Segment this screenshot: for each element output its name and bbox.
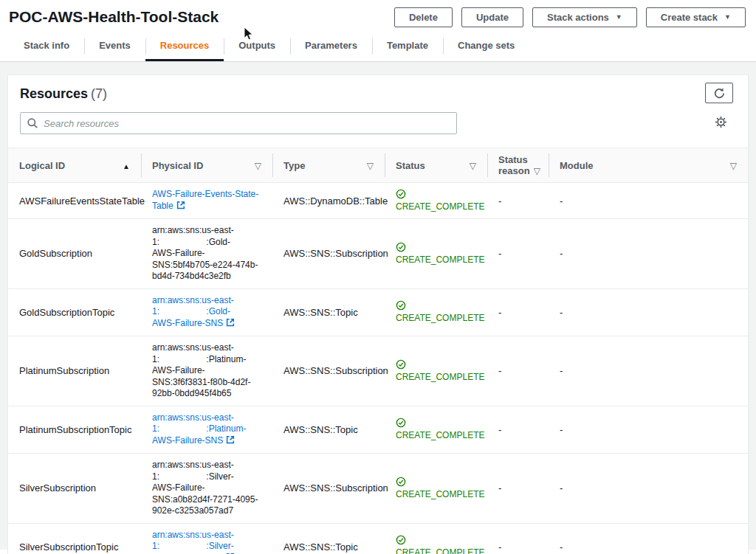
filter-icon[interactable]: [730, 160, 737, 171]
tab-outputs[interactable]: Outputs: [224, 32, 290, 61]
resources-title-text: Resources: [20, 86, 88, 101]
tab-change-sets[interactable]: Change sets: [443, 32, 529, 61]
module-cell: -: [549, 454, 748, 524]
logical-id-cell: PlatinumSubscriptionTopic: [8, 406, 141, 454]
check-circle-icon: [396, 359, 484, 370]
table-header-row: Logical ID Physical ID Type Status Statu…: [8, 148, 748, 183]
status-reason-cell: -: [487, 336, 549, 406]
stack-actions-button[interactable]: Stack actions: [532, 7, 637, 27]
column-header-logical-id[interactable]: Logical ID: [8, 148, 141, 183]
physical-id-cell: arn:aws:sns:us-east- 1: :Gold- AWS-Failu…: [141, 288, 272, 336]
type-cell: AWS::SNS::Topic: [272, 406, 385, 454]
resources-count: (7): [91, 86, 107, 101]
caret-down-icon: [616, 12, 622, 23]
type-cell: AWS::SNS::Subscription: [272, 219, 385, 289]
status-text: CREATE_COMPLETE: [396, 430, 484, 440]
create-stack-button[interactable]: Create stack: [646, 7, 746, 27]
physical-id-cell: arn:aws:sns:us-east- 1: :Silver- AWS-Fai…: [141, 454, 272, 524]
delete-button[interactable]: Delete: [394, 7, 453, 27]
physical-id-text: arn:aws:sns:us-east- 1: :Platinum- AWS-F…: [152, 342, 250, 398]
filter-icon[interactable]: [255, 160, 261, 171]
check-circle-icon: [396, 242, 484, 252]
column-label: Type: [284, 160, 305, 171]
status-cell: CREATE_COMPLETE: [385, 523, 487, 554]
sort-ascending-icon[interactable]: [123, 160, 130, 171]
tab-resources[interactable]: Resources: [145, 32, 224, 61]
status-reason-cell: -: [487, 219, 549, 289]
content-area: Resources(7): [0, 62, 756, 550]
column-header-status-reason[interactable]: Status reason: [487, 148, 549, 183]
logical-id-cell: PlatinumSubscription: [8, 336, 141, 406]
table-row: PlatinumSubscriptionTopic arn:aws:sns:us…: [8, 406, 748, 454]
module-cell: -: [549, 406, 748, 454]
module-cell: -: [549, 336, 748, 406]
status-text: CREATE_COMPLETE: [396, 255, 484, 265]
tab-template[interactable]: Template: [372, 32, 443, 61]
status-cell: CREATE_COMPLETE: [385, 336, 487, 406]
table-row: PlatinumSubscription arn:aws:sns:us-east…: [8, 336, 748, 406]
tab-parameters[interactable]: Parameters: [290, 32, 372, 61]
check-circle-icon: [396, 477, 484, 487]
column-label: Status: [396, 160, 425, 171]
type-cell: AWS::SNS::Subscription: [272, 454, 385, 524]
column-header-type[interactable]: Type: [272, 148, 385, 183]
column-label: Physical ID: [152, 160, 203, 171]
type-cell: AWS::SNS::Subscription: [272, 336, 385, 406]
check-circle-icon: [396, 418, 484, 428]
type-cell: AWS::SNS::Topic: [272, 523, 385, 554]
table-row: SilverSubscriptionTopic arn:aws:sns:us-e…: [8, 523, 748, 554]
column-header-module[interactable]: Module: [549, 148, 748, 183]
update-button[interactable]: Update: [461, 7, 523, 27]
external-link-icon: [176, 201, 185, 213]
filter-icon[interactable]: [470, 160, 476, 171]
resources-title: Resources(7): [20, 86, 733, 102]
physical-id-text: arn:aws:sns:us-east- 1: :Gold- AWS-Failu…: [152, 295, 234, 328]
status-cell: CREATE_COMPLETE: [385, 219, 487, 289]
status-cell: CREATE_COMPLETE: [385, 288, 487, 336]
status-cell: CREATE_COMPLETE: [385, 454, 487, 524]
physical-id-cell: arn:aws:sns:us-east- 1: :Gold- AWS-Failu…: [141, 219, 272, 289]
gear-icon[interactable]: [715, 116, 727, 128]
module-cell: -: [549, 183, 748, 219]
logical-id-cell: AWSFailureEventsStateTable: [8, 183, 141, 219]
physical-id-text: arn:aws:sns:us-east- 1: :Silver- AWS-Fai…: [152, 460, 258, 516]
logical-id-cell: SilverSubscriptionTopic: [8, 523, 141, 554]
physical-id-link[interactable]: AWS-Failure-Events-State- Table: [152, 189, 258, 211]
physical-id-link[interactable]: arn:aws:sns:us-east- 1: :Platinum- AWS-F…: [152, 412, 246, 446]
physical-id-link[interactable]: arn:aws:sns:us-east- 1: :Gold- AWS-Failu…: [152, 295, 235, 328]
header-actions: Delete Update Stack actions Create stack: [394, 6, 746, 27]
create-stack-label: Create stack: [661, 13, 718, 23]
physical-id-link[interactable]: arn:aws:sns:us-east- 1: :Silver- AWS-Fai…: [152, 530, 235, 554]
column-label: Status reason: [498, 154, 530, 176]
module-cell: -: [549, 288, 748, 336]
stack-tabs: Stack info Events Resources Outputs Para…: [0, 28, 756, 62]
status-text: CREATE_COMPLETE: [396, 547, 484, 554]
column-header-physical-id[interactable]: Physical ID: [141, 148, 272, 183]
page-title: POC-AWS-Health-Tool-Stack: [9, 6, 219, 28]
physical-id-text: arn:aws:sns:us-east- 1: :Silver- AWS-Fai…: [152, 530, 234, 554]
filter-icon[interactable]: [534, 165, 540, 176]
resources-panel: Resources(7): [7, 75, 749, 554]
table-row: GoldSubscriptionTopic arn:aws:sns:us-eas…: [8, 288, 748, 336]
status-text: CREATE_COMPLETE: [396, 201, 484, 212]
module-cell: -: [549, 219, 748, 289]
search-row: [8, 106, 748, 148]
tab-stack-info[interactable]: Stack info: [9, 32, 84, 61]
external-link-icon: [226, 435, 235, 448]
tab-events[interactable]: Events: [84, 32, 145, 61]
status-reason-cell: -: [487, 183, 549, 219]
status-cell: CREATE_COMPLETE: [385, 183, 487, 219]
check-circle-icon: [396, 300, 484, 311]
physical-id-cell: AWS-Failure-Events-State- Table: [141, 183, 272, 219]
status-reason-cell: -: [487, 523, 549, 554]
refresh-icon: [713, 87, 726, 100]
status-reason-cell: -: [487, 454, 549, 524]
resources-panel-header: Resources(7): [8, 75, 748, 106]
filter-icon[interactable]: [367, 160, 374, 171]
table-row: AWSFailureEventsStateTable AWS-Failure-E…: [8, 183, 748, 219]
logical-id-cell: GoldSubscriptionTopic: [8, 288, 141, 336]
status-reason-cell: -: [487, 406, 549, 454]
search-input[interactable]: [20, 112, 457, 134]
refresh-button[interactable]: [705, 83, 733, 103]
column-header-status[interactable]: Status: [385, 148, 487, 183]
